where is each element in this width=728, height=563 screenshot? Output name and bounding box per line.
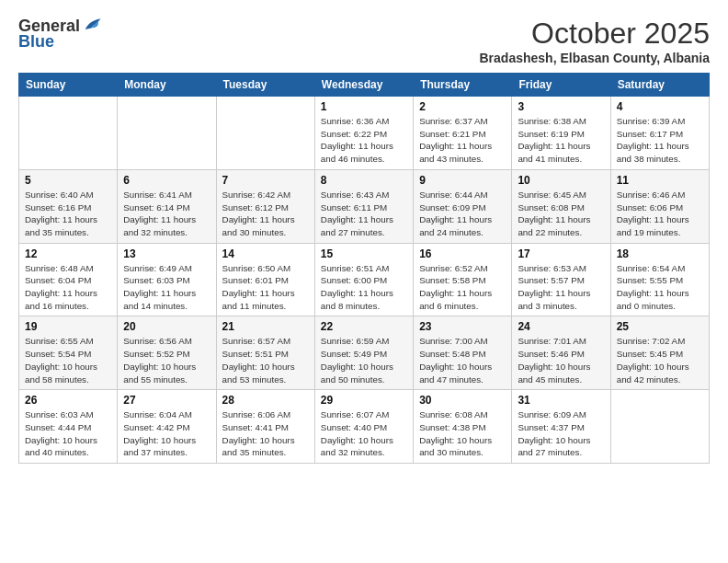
header: General Blue October 2025 Bradashesh, El… [18,17,710,65]
day-info: Sunrise: 6:59 AM Sunset: 5:49 PM Dayligh… [321,335,407,385]
day-number: 27 [123,394,210,407]
day-number: 29 [321,394,407,407]
table-row: 31Sunrise: 6:09 AM Sunset: 4:37 PM Dayli… [512,390,610,464]
day-info: Sunrise: 6:48 AM Sunset: 6:04 PM Dayligh… [25,262,111,313]
table-row: 14Sunrise: 6:50 AM Sunset: 6:01 PM Dayli… [216,243,314,316]
day-info: Sunrise: 6:57 AM Sunset: 5:51 PM Dayligh… [222,335,309,385]
day-number: 4 [617,100,703,113]
day-number: 14 [222,247,309,260]
day-info: Sunrise: 6:52 AM Sunset: 5:58 PM Dayligh… [419,262,506,313]
calendar-table: Sunday Monday Tuesday Wednesday Thursday… [18,73,710,464]
day-number: 20 [123,320,210,333]
table-row [118,97,216,170]
calendar-week-row: 26Sunrise: 6:03 AM Sunset: 4:44 PM Dayli… [19,390,710,464]
day-info: Sunrise: 6:46 AM Sunset: 6:06 PM Dayligh… [617,189,703,239]
table-row: 2Sunrise: 6:37 AM Sunset: 6:21 PM Daylig… [414,97,512,170]
day-info: Sunrise: 6:54 AM Sunset: 5:55 PM Dayligh… [617,262,703,313]
day-info: Sunrise: 6:56 AM Sunset: 5:52 PM Dayligh… [123,335,210,385]
day-number: 22 [321,320,407,333]
table-row: 12Sunrise: 6:48 AM Sunset: 6:04 PM Dayli… [19,243,118,316]
day-number: 25 [617,320,703,333]
day-info: Sunrise: 6:50 AM Sunset: 6:01 PM Dayligh… [222,262,309,313]
table-row: 3Sunrise: 6:38 AM Sunset: 6:19 PM Daylig… [512,97,610,170]
day-info: Sunrise: 6:04 AM Sunset: 4:42 PM Dayligh… [123,408,210,459]
table-row [216,97,314,170]
table-row: 15Sunrise: 6:51 AM Sunset: 6:00 PM Dayli… [314,243,413,316]
header-saturday: Saturday [610,74,709,97]
table-row: 4Sunrise: 6:39 AM Sunset: 6:17 PM Daylig… [610,97,709,170]
day-number: 30 [419,394,506,407]
table-row: 29Sunrise: 6:07 AM Sunset: 4:40 PM Dayli… [314,390,413,464]
logo-bird-icon [82,16,102,36]
table-row: 27Sunrise: 6:04 AM Sunset: 4:42 PM Dayli… [118,390,216,464]
table-row: 1Sunrise: 6:36 AM Sunset: 6:22 PM Daylig… [314,97,413,170]
table-row: 24Sunrise: 7:01 AM Sunset: 5:46 PM Dayli… [512,316,610,390]
day-info: Sunrise: 6:49 AM Sunset: 6:03 PM Dayligh… [123,262,210,313]
table-row: 25Sunrise: 7:02 AM Sunset: 5:45 PM Dayli… [610,316,709,390]
day-info: Sunrise: 6:37 AM Sunset: 6:21 PM Dayligh… [419,115,506,166]
day-number: 5 [25,174,111,187]
table-row: 13Sunrise: 6:49 AM Sunset: 6:03 PM Dayli… [118,243,216,316]
page: General Blue October 2025 Bradashesh, El… [0,0,728,563]
table-row: 17Sunrise: 6:53 AM Sunset: 5:57 PM Dayli… [512,243,610,316]
day-number: 19 [25,320,111,333]
day-info: Sunrise: 6:36 AM Sunset: 6:22 PM Dayligh… [321,115,407,166]
table-row: 8Sunrise: 6:43 AM Sunset: 6:11 PM Daylig… [314,169,413,243]
header-thursday: Thursday [414,74,512,97]
day-info: Sunrise: 6:44 AM Sunset: 6:09 PM Dayligh… [419,189,506,239]
day-info: Sunrise: 6:42 AM Sunset: 6:12 PM Dayligh… [222,189,309,239]
header-monday: Monday [118,74,216,97]
table-row: 19Sunrise: 6:55 AM Sunset: 5:54 PM Dayli… [19,316,118,390]
header-sunday: Sunday [19,74,118,97]
day-info: Sunrise: 6:55 AM Sunset: 5:54 PM Dayligh… [25,335,111,385]
day-number: 26 [25,394,111,407]
day-info: Sunrise: 6:41 AM Sunset: 6:14 PM Dayligh… [123,189,210,239]
logo: General Blue [18,17,102,52]
day-number: 7 [222,174,309,187]
calendar-week-row: 19Sunrise: 6:55 AM Sunset: 5:54 PM Dayli… [19,316,710,390]
table-row: 28Sunrise: 6:06 AM Sunset: 4:41 PM Dayli… [216,390,314,464]
header-tuesday: Tuesday [216,74,314,97]
day-number: 23 [419,320,506,333]
table-row: 9Sunrise: 6:44 AM Sunset: 6:09 PM Daylig… [414,169,512,243]
day-number: 24 [518,320,604,333]
day-info: Sunrise: 6:03 AM Sunset: 4:44 PM Dayligh… [25,408,111,459]
day-number: 11 [617,174,703,187]
table-row: 16Sunrise: 6:52 AM Sunset: 5:58 PM Dayli… [414,243,512,316]
day-info: Sunrise: 6:08 AM Sunset: 4:38 PM Dayligh… [419,408,506,459]
table-row: 21Sunrise: 6:57 AM Sunset: 5:51 PM Dayli… [216,316,314,390]
day-number: 12 [25,247,111,260]
table-row [610,390,709,464]
day-number: 1 [321,100,407,113]
day-number: 6 [123,174,210,187]
day-info: Sunrise: 6:53 AM Sunset: 5:57 PM Dayligh… [518,262,604,313]
day-number: 3 [518,100,604,113]
day-number: 31 [518,394,604,407]
table-row: 20Sunrise: 6:56 AM Sunset: 5:52 PM Dayli… [118,316,216,390]
day-info: Sunrise: 6:40 AM Sunset: 6:16 PM Dayligh… [25,189,111,239]
day-info: Sunrise: 6:45 AM Sunset: 6:08 PM Dayligh… [518,189,604,239]
table-row [19,97,118,170]
table-row: 11Sunrise: 6:46 AM Sunset: 6:06 PM Dayli… [610,169,709,243]
title-section: October 2025 Bradashesh, Elbasan County,… [479,17,710,65]
day-info: Sunrise: 6:07 AM Sunset: 4:40 PM Dayligh… [321,408,407,459]
calendar-week-row: 5Sunrise: 6:40 AM Sunset: 6:16 PM Daylig… [19,169,710,243]
table-row: 7Sunrise: 6:42 AM Sunset: 6:12 PM Daylig… [216,169,314,243]
table-row: 6Sunrise: 6:41 AM Sunset: 6:14 PM Daylig… [118,169,216,243]
table-row: 26Sunrise: 6:03 AM Sunset: 4:44 PM Dayli… [19,390,118,464]
day-number: 2 [419,100,506,113]
table-row: 30Sunrise: 6:08 AM Sunset: 4:38 PM Dayli… [414,390,512,464]
day-number: 15 [321,247,407,260]
header-friday: Friday [512,74,610,97]
day-info: Sunrise: 6:51 AM Sunset: 6:00 PM Dayligh… [321,262,407,313]
calendar-week-row: 1Sunrise: 6:36 AM Sunset: 6:22 PM Daylig… [19,97,710,170]
calendar-header-row: Sunday Monday Tuesday Wednesday Thursday… [19,74,710,97]
day-number: 10 [518,174,604,187]
table-row: 5Sunrise: 6:40 AM Sunset: 6:16 PM Daylig… [19,169,118,243]
day-info: Sunrise: 6:43 AM Sunset: 6:11 PM Dayligh… [321,189,407,239]
day-number: 8 [321,174,407,187]
table-row: 23Sunrise: 7:00 AM Sunset: 5:48 PM Dayli… [414,316,512,390]
table-row: 18Sunrise: 6:54 AM Sunset: 5:55 PM Dayli… [610,243,709,316]
calendar-week-row: 12Sunrise: 6:48 AM Sunset: 6:04 PM Dayli… [19,243,710,316]
day-number: 17 [518,247,604,260]
